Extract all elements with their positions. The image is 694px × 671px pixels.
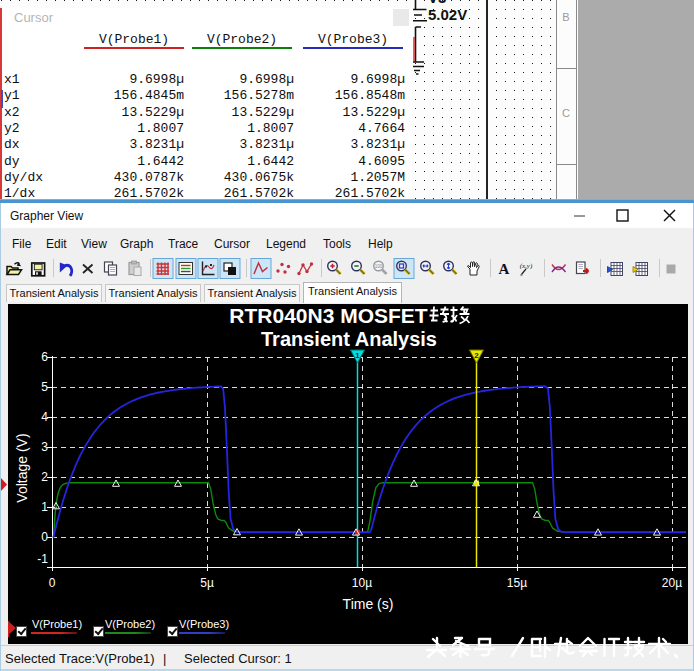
svg-text:10µ: 10µ [352, 576, 372, 590]
svg-text:2: 2 [41, 470, 48, 484]
svg-text:-1: -1 [37, 552, 48, 566]
svg-text:5µ: 5µ [200, 576, 214, 590]
svg-text:15µ: 15µ [507, 576, 527, 590]
svg-text:20µ: 20µ [662, 576, 682, 590]
svg-text:100: 100 [375, 264, 383, 269]
svg-text:1: 1 [41, 500, 48, 514]
svg-text:(x,y): (x,y) [520, 262, 533, 270]
svg-text:3: 3 [41, 440, 48, 454]
svg-text:6: 6 [41, 350, 48, 364]
svg-text:A: A [499, 261, 510, 277]
svg-text:0: 0 [41, 530, 48, 544]
svg-text:5: 5 [41, 380, 48, 394]
svg-text:0: 0 [49, 576, 56, 590]
svg-text:1: 1 [355, 351, 360, 360]
svg-text:4: 4 [41, 410, 48, 424]
svg-text:2: 2 [474, 351, 479, 360]
